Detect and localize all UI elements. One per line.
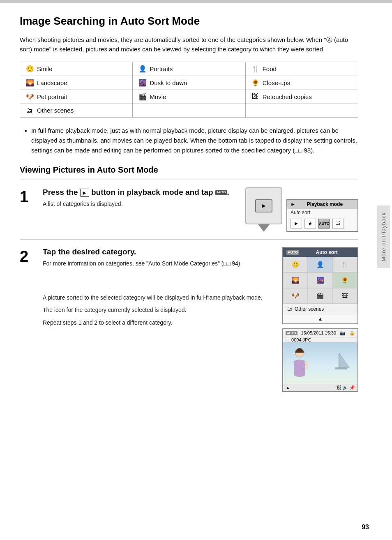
grid-landscape: 🌄 — [283, 272, 308, 288]
sailboat-svg — [327, 351, 351, 376]
grid-food: 🍴 — [333, 257, 357, 272]
screen-icon-star: ★ — [304, 219, 316, 228]
category-cell-landscape: 🌄 Landscape — [20, 76, 133, 90]
step-1-row: 1 Press the ► button in playback mode an… — [20, 180, 358, 239]
movie-icon: 🎬 — [138, 93, 147, 101]
retouched-icon: 🖼 — [251, 93, 260, 100]
step-1-title: Press the ► button in playback mode and … — [43, 187, 238, 198]
photo-auto-badge: AUTO — [286, 331, 297, 335]
photo-canvas — [283, 343, 357, 384]
step-2-title: Tap the desired category. — [43, 247, 265, 257]
bullet-item: In full-frame playback mode, just as wit… — [31, 126, 358, 155]
landscape-icon: 🌄 — [26, 79, 34, 87]
category-table: 🙂 Smile 👤 Portraits 🍴 Food — [20, 62, 358, 118]
bullet-list: In full-frame playback mode, just as wit… — [20, 126, 358, 155]
grid-pet: 🐶 — [283, 288, 308, 304]
autosort-icon-grid: 🙂 👤 🍴 🌄 🌆 🌻 🐶 🎬 🖼 — [283, 257, 357, 304]
screen-sub: Auto sort — [287, 209, 357, 217]
food-icon: 🍴 — [251, 65, 260, 73]
svg-marker-0 — [339, 353, 349, 367]
photo-footer: ▲ 🖼 🔉 📌 — [283, 384, 357, 391]
footer-arrow-up: ▲ — [286, 385, 290, 390]
category-cell-food: 🍴 Food — [245, 62, 358, 76]
sidebar: More on Playback — [375, 0, 392, 540]
sidebar-label: More on Playback — [377, 205, 390, 268]
page-number: 93 — [362, 524, 369, 531]
table-row: 🌄 Landscape 🌆 Dusk to dawn 🌻 Close-ups — [20, 76, 358, 90]
category-cell-other: 🗂 Other scenes — [20, 104, 133, 117]
screen-icon-auto: AUTO — [318, 219, 330, 228]
table-row: 🐶 Pet portrait 🎬 Movie 🖼 Retouched copie… — [20, 90, 358, 104]
step-1-images: ► ► Playback mode Auto sort ► ★ AUT — [245, 187, 358, 232]
screen-icons-row: ► ★ AUTO 12 — [287, 217, 357, 231]
closeups-icon: 🌻 — [251, 79, 260, 87]
grid-smile: 🙂 — [283, 257, 308, 272]
pet-icon: 🐶 — [26, 93, 34, 101]
photo-header: AUTO 15/05/2011 15:30 📷 🔒 — [283, 329, 357, 337]
photo-camera-icon: 📷 — [340, 330, 346, 336]
photo-protect-icon: 🔒 — [349, 330, 355, 336]
grid-movie: 🎬 — [308, 288, 332, 304]
screen-title: Playback mode — [307, 201, 343, 207]
category-cell-empty1 — [133, 104, 245, 117]
step-2-content: Tap the desired category. For more infor… — [43, 247, 265, 328]
playback-button-icon: ► — [80, 189, 89, 197]
category-cell-movie: 🎬 Movie — [133, 90, 245, 104]
main-content: Image Searching in Auto Sort Mode When s… — [0, 3, 378, 411]
step-2-desc: For more information on categories, see … — [43, 259, 265, 268]
footer-icons: 🖼 🔉 📌 — [337, 385, 355, 390]
smile-icon: 🙂 — [26, 65, 34, 73]
category-cell-retouched: 🖼 Retouched copies — [245, 90, 358, 104]
autosort-other-row: 🗂 Other scenes — [283, 304, 357, 314]
step-2-extra1: A picture sorted to the selected categor… — [43, 293, 265, 302]
grid-dusk: 🌆 — [308, 272, 332, 288]
section-heading: Viewing Pictures in Auto Sort Mode — [20, 165, 358, 175]
photo-back-icon: ← — [286, 337, 290, 342]
page-title: Image Searching in Auto Sort Mode — [20, 15, 358, 28]
step-1-desc: A list of categories is displayed. — [43, 200, 238, 209]
screen-icon-12: 12 — [332, 219, 344, 228]
other-icon: 🗂 — [26, 107, 34, 114]
step-2-extra3: Repeat steps 1 and 2 to select a differe… — [43, 318, 265, 327]
category-cell-portraits: 👤 Portraits — [133, 62, 245, 76]
other-icon-small: 🗂 — [287, 306, 292, 312]
photo-filename-row: ← 0004.JPG — [283, 337, 357, 343]
dusk-icon: 🌆 — [138, 79, 147, 87]
up-arrow-icon: ▲ — [318, 316, 323, 322]
screen-icon-left: ► — [291, 201, 295, 207]
camera-illustration: ► — [245, 187, 282, 232]
step-2-images: AUTO Auto sort 🙂 👤 🍴 🌄 🌆 🌻 🐶 🎬 🖼 � — [272, 247, 358, 392]
category-cell-smile: 🙂 Smile — [20, 62, 133, 76]
step-1-illus-row: ► ► Playback mode Auto sort ► ★ AUT — [245, 187, 358, 232]
portraits-icon: 👤 — [138, 65, 147, 73]
screen-header: ► Playback mode — [287, 200, 357, 209]
arrow-down-illus — [258, 224, 270, 232]
other-label: Other scenes — [295, 306, 324, 312]
step-1-content: Press the ► button in playback mode and … — [43, 187, 238, 209]
table-row: 🙂 Smile 👤 Portraits 🍴 Food — [20, 62, 358, 76]
auto-badge: AUTO — [286, 250, 299, 255]
step-2-number: 2 — [20, 249, 35, 264]
step-1-number: 1 — [20, 189, 35, 205]
step-2-extra2: The icon for the category currently sele… — [43, 305, 265, 314]
step-2-row: 2 Tap the desired category. For more inf… — [20, 239, 358, 399]
autosort-header: AUTO Auto sort — [283, 248, 357, 257]
playback-screen: ► Playback mode Auto sort ► ★ AUTO 12 — [286, 199, 358, 232]
category-cell-pet: 🐶 Pet portrait — [20, 90, 133, 104]
photo-datetime: 15/05/2011 15:30 — [301, 330, 336, 335]
autosort-arrow-row: ▲ — [283, 314, 357, 323]
grid-closeups: 🌻 — [333, 272, 357, 288]
auto-icon: AUTO — [215, 190, 227, 195]
photo-filename: 0004.JPG — [291, 337, 311, 342]
grid-retouched: 🖼 — [333, 288, 357, 304]
svg-rect-1 — [335, 367, 347, 369]
category-cell-empty2 — [245, 104, 358, 117]
autosort-title: Auto sort — [316, 249, 338, 255]
person-svg — [291, 347, 309, 380]
screen-icon-play: ► — [291, 219, 302, 228]
top-bar — [0, 0, 392, 3]
autosort-screen: AUTO Auto sort 🙂 👤 🍴 🌄 🌆 🌻 🐶 🎬 🖼 � — [282, 247, 358, 324]
camera-body: ► — [245, 187, 282, 224]
playback-btn: ► — [255, 199, 272, 212]
intro-text: When shooting pictures and movies, they … — [20, 35, 358, 54]
